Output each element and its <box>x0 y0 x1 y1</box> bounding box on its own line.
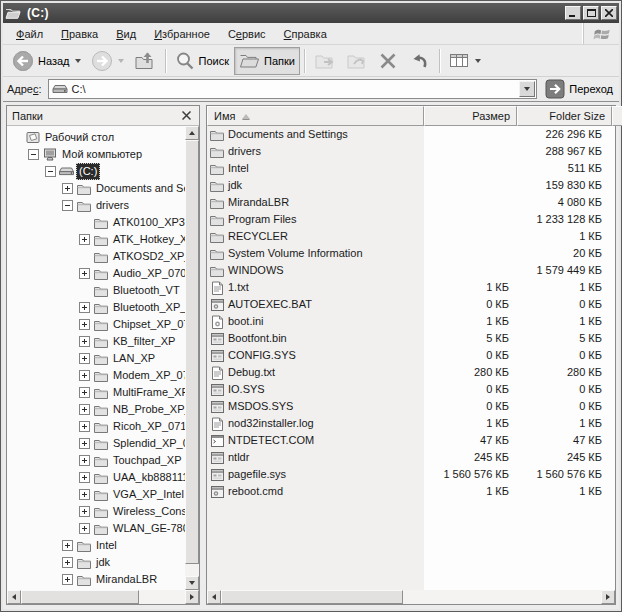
plus-box-icon[interactable] <box>79 336 90 347</box>
plus-box-icon[interactable] <box>79 353 90 364</box>
tree-item[interactable]: LAN_XP <box>7 350 185 367</box>
tree-item[interactable]: NB_Probe_XP_07 <box>7 401 185 418</box>
tree-item[interactable]: Мой компьютер <box>7 146 185 163</box>
expand-icon[interactable] <box>77 268 91 279</box>
back-dropdown-icon[interactable] <box>75 59 81 63</box>
tree-item[interactable]: WLAN_GE-780_X <box>7 520 185 537</box>
tree-item[interactable]: Documents and Setti <box>7 180 185 197</box>
address-input[interactable]: C:\ <box>48 79 538 99</box>
minus-box-icon[interactable] <box>62 200 73 211</box>
search-button[interactable]: Поиск <box>170 47 234 75</box>
scroll-up-button[interactable] <box>185 126 199 140</box>
table-row[interactable]: MSDOS.SYS0 КБ0 КБ <box>207 398 615 415</box>
views-button[interactable] <box>444 47 486 75</box>
tree-item[interactable]: Wireless_Console <box>7 503 185 520</box>
views-dropdown-icon[interactable] <box>475 59 481 63</box>
plus-box-icon[interactable] <box>79 489 90 500</box>
scroll-right-button[interactable] <box>185 590 199 604</box>
table-row[interactable]: Debug.txt280 КБ280 КБ <box>207 364 615 381</box>
table-row[interactable]: MirandaLBR4 080 КБ <box>207 194 615 211</box>
up-button[interactable] <box>129 47 161 75</box>
address-dropdown-button[interactable] <box>519 81 535 97</box>
column-header-size[interactable]: Размер <box>424 106 517 126</box>
tree-item[interactable]: Ricoh_XP_07113 <box>7 418 185 435</box>
table-row[interactable]: CONFIG.SYS0 КБ0 КБ <box>207 347 615 364</box>
expand-icon[interactable] <box>77 506 91 517</box>
scroll-down-button[interactable] <box>185 576 199 590</box>
move-to-button[interactable] <box>309 47 341 75</box>
title-bar[interactable]: (C:) <box>3 3 619 23</box>
minus-box-icon[interactable] <box>45 166 56 177</box>
plus-box-icon[interactable] <box>62 183 73 194</box>
plus-box-icon[interactable] <box>79 302 90 313</box>
tree-item[interactable]: MirandaLBR <box>7 571 185 588</box>
go-button[interactable]: Переход <box>543 79 615 99</box>
tree-item[interactable]: (C:) <box>7 163 185 180</box>
collapse-icon[interactable] <box>60 200 74 211</box>
tree-item[interactable]: Bluetooth_XP_07 <box>7 299 185 316</box>
table-row[interactable]: pagefile.sys1 560 576 КБ1 560 576 КБ <box>207 466 615 483</box>
expand-icon[interactable] <box>77 523 91 534</box>
expand-icon[interactable] <box>77 302 91 313</box>
forward-button[interactable] <box>86 47 129 75</box>
scroll-right-button[interactable] <box>601 590 615 604</box>
plus-box-icon[interactable] <box>79 472 90 483</box>
expand-icon[interactable] <box>60 574 74 585</box>
scroll-thumb[interactable] <box>221 590 403 604</box>
tree-item[interactable]: KB_filter_XP <box>7 333 185 350</box>
tree-item[interactable]: Audio_XP_07090 <box>7 265 185 282</box>
minus-box-icon[interactable] <box>28 149 39 160</box>
table-row[interactable]: System Volume Information20 КБ <box>207 245 615 262</box>
table-row[interactable]: AUTOEXEC.BAT0 КБ0 КБ <box>207 296 615 313</box>
tree-horizontal-scrollbar[interactable] <box>7 590 199 604</box>
plus-box-icon[interactable] <box>62 574 73 585</box>
column-header-folder-size[interactable]: Folder Size <box>517 106 612 126</box>
tree-item[interactable]: jdk <box>7 554 185 571</box>
tree-item[interactable]: UAA_kb888111_ <box>7 469 185 486</box>
plus-box-icon[interactable] <box>79 455 90 466</box>
table-row[interactable]: ntldr245 КБ245 КБ <box>207 449 615 466</box>
table-row[interactable]: 1.txt1 КБ1 КБ <box>207 279 615 296</box>
expand-icon[interactable] <box>77 489 91 500</box>
plus-box-icon[interactable] <box>79 268 90 279</box>
plus-box-icon[interactable] <box>79 421 90 432</box>
table-row[interactable]: drivers288 967 КБ <box>207 143 615 160</box>
scroll-track[interactable] <box>21 590 185 604</box>
plus-box-icon[interactable] <box>79 387 90 398</box>
menu-item-Избранное[interactable]: Избранное <box>145 26 219 42</box>
tree-item[interactable]: Modem_XP_0711 <box>7 367 185 384</box>
menu-item-Справка[interactable]: Справка <box>275 26 336 42</box>
expand-icon[interactable] <box>77 336 91 347</box>
maximize-button[interactable] <box>583 6 599 20</box>
expand-icon[interactable] <box>77 455 91 466</box>
menu-item-Вид[interactable]: Вид <box>107 26 145 42</box>
tree-item[interactable]: Bluetooth_VT <box>7 282 185 299</box>
scroll-thumb[interactable] <box>185 140 199 564</box>
expand-icon[interactable] <box>77 472 91 483</box>
scroll-track[interactable] <box>221 590 601 604</box>
table-row[interactable]: Intel511 КБ <box>207 160 615 177</box>
tree-item[interactable]: MultiFrame_XP_0 <box>7 384 185 401</box>
delete-button[interactable] <box>373 47 403 75</box>
folders-button[interactable]: Папки <box>234 47 300 75</box>
tree-item[interactable]: Splendid_XP_071 <box>7 435 185 452</box>
tree-item[interactable]: Chipset_XP_0709 <box>7 316 185 333</box>
expand-icon[interactable] <box>60 540 74 551</box>
folders-pane-close-button[interactable] <box>179 108 194 123</box>
back-button[interactable]: Назад <box>7 47 86 75</box>
plus-box-icon[interactable] <box>62 540 73 551</box>
table-row[interactable]: NTDETECT.COM47 КБ47 КБ <box>207 432 615 449</box>
expand-icon[interactable] <box>77 353 91 364</box>
scroll-thumb[interactable] <box>21 590 139 604</box>
menu-item-Файл[interactable]: Файл <box>7 26 52 42</box>
scroll-left-button[interactable] <box>7 590 21 604</box>
expand-icon[interactable] <box>77 438 91 449</box>
plus-box-icon[interactable] <box>79 319 90 330</box>
table-row[interactable]: IO.SYS0 КБ0 КБ <box>207 381 615 398</box>
expand-icon[interactable] <box>60 183 74 194</box>
table-row[interactable]: boot.ini1 КБ1 КБ <box>207 313 615 330</box>
scroll-left-button[interactable] <box>207 590 221 604</box>
plus-box-icon[interactable] <box>79 404 90 415</box>
collapse-icon[interactable] <box>26 149 40 160</box>
forward-dropdown-icon[interactable] <box>118 59 124 63</box>
